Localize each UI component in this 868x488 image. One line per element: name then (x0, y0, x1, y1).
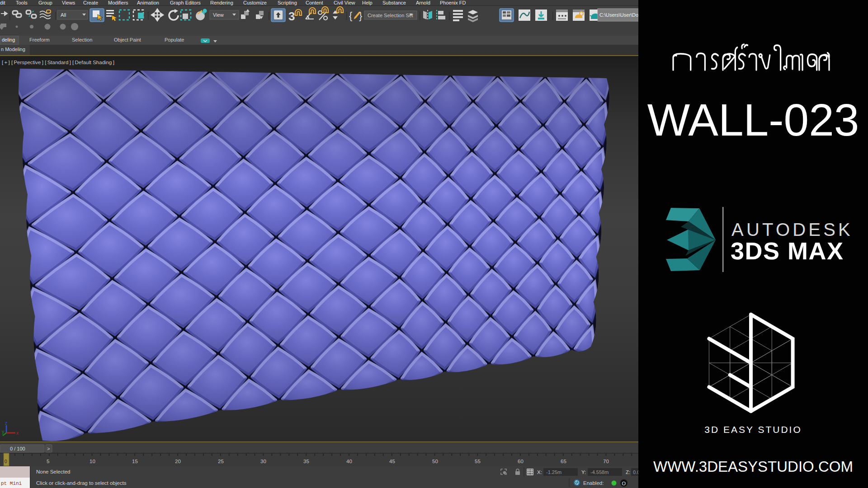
svg-text:AUTODESK: AUTODESK (731, 220, 853, 239)
svg-text:z: z (5, 421, 7, 426)
svg-text:Enabled:: Enabled: (583, 480, 604, 486)
svg-text:45: 45 (389, 459, 395, 464)
svg-text:}: } (359, 10, 362, 21)
svg-text:0: 0 (5, 459, 7, 464)
svg-text:None Selected: None Selected (36, 469, 70, 474)
svg-text:-4.558m: -4.558m (590, 469, 609, 475)
svg-text:Click or click-and-drag to sel: Click or click-and-drag to select object… (36, 480, 127, 486)
svg-text:10: 10 (90, 459, 95, 464)
svg-text:5: 5 (47, 459, 49, 464)
svg-text:40: 40 (346, 459, 352, 464)
svg-text:25: 25 (218, 459, 224, 464)
svg-text:Y:: Y: (581, 469, 586, 475)
svg-text:70: 70 (603, 459, 609, 464)
svg-text:20: 20 (175, 459, 181, 464)
svg-text:All: All (61, 12, 66, 18)
svg-text:Z:: Z: (626, 469, 630, 475)
svg-text:35: 35 (303, 459, 309, 464)
svg-text:y: y (2, 429, 4, 434)
svg-text:3DS MAX: 3DS MAX (731, 237, 844, 264)
svg-text:>: > (47, 446, 50, 451)
svg-text:Create Selection Set: Create Selection Set (368, 13, 413, 18)
svg-text:-1.25m: -1.25m (546, 469, 561, 475)
svg-text:x: x (16, 431, 19, 436)
svg-text:50: 50 (432, 459, 438, 464)
svg-text:0.0m: 0.0m (633, 469, 638, 475)
svg-text:55: 55 (475, 459, 481, 464)
svg-text:View: View (213, 12, 224, 18)
svg-text:C:\Users\User\Docu: C:\Users\User\Docu (599, 12, 638, 18)
svg-text:30: 30 (260, 459, 266, 464)
svg-text:X:: X: (537, 469, 542, 475)
svg-text:3: 3 (288, 9, 295, 23)
svg-text:pt Mini: pt Mini (1, 481, 22, 486)
svg-text:65: 65 (561, 459, 566, 464)
svg-text:O: O (622, 481, 626, 486)
svg-text:0 / 100: 0 / 100 (10, 446, 25, 451)
svg-text:{: { (349, 10, 352, 21)
svg-text:60: 60 (518, 459, 524, 464)
svg-text:15: 15 (132, 459, 138, 464)
